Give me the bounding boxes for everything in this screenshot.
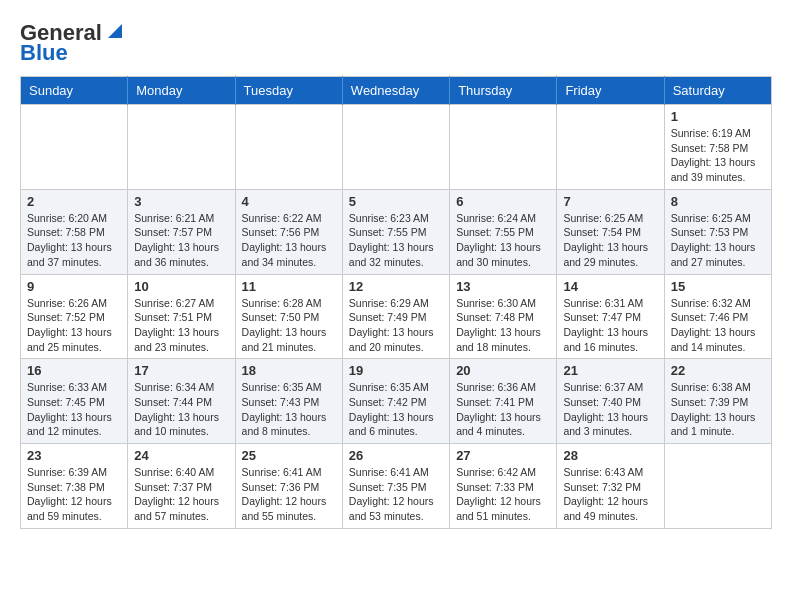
day-number: 23 (27, 448, 121, 463)
calendar-week-row: 2Sunrise: 6:20 AM Sunset: 7:58 PM Daylig… (21, 189, 772, 274)
day-info: Sunrise: 6:38 AM Sunset: 7:39 PM Dayligh… (671, 380, 765, 439)
day-info: Sunrise: 6:29 AM Sunset: 7:49 PM Dayligh… (349, 296, 443, 355)
day-number: 4 (242, 194, 336, 209)
calendar-cell: 24Sunrise: 6:40 AM Sunset: 7:37 PM Dayli… (128, 444, 235, 529)
calendar-table: SundayMondayTuesdayWednesdayThursdayFrid… (20, 76, 772, 529)
calendar-week-row: 16Sunrise: 6:33 AM Sunset: 7:45 PM Dayli… (21, 359, 772, 444)
calendar-cell: 12Sunrise: 6:29 AM Sunset: 7:49 PM Dayli… (342, 274, 449, 359)
day-info: Sunrise: 6:20 AM Sunset: 7:58 PM Dayligh… (27, 211, 121, 270)
day-info: Sunrise: 6:33 AM Sunset: 7:45 PM Dayligh… (27, 380, 121, 439)
calendar-cell: 15Sunrise: 6:32 AM Sunset: 7:46 PM Dayli… (664, 274, 771, 359)
day-number: 13 (456, 279, 550, 294)
calendar-cell: 23Sunrise: 6:39 AM Sunset: 7:38 PM Dayli… (21, 444, 128, 529)
calendar-cell: 25Sunrise: 6:41 AM Sunset: 7:36 PM Dayli… (235, 444, 342, 529)
day-info: Sunrise: 6:32 AM Sunset: 7:46 PM Dayligh… (671, 296, 765, 355)
calendar-cell (450, 105, 557, 190)
day-info: Sunrise: 6:31 AM Sunset: 7:47 PM Dayligh… (563, 296, 657, 355)
calendar-week-row: 1Sunrise: 6:19 AM Sunset: 7:58 PM Daylig… (21, 105, 772, 190)
day-of-week-header: Friday (557, 77, 664, 105)
day-info: Sunrise: 6:25 AM Sunset: 7:54 PM Dayligh… (563, 211, 657, 270)
day-number: 20 (456, 363, 550, 378)
calendar-cell (664, 444, 771, 529)
day-number: 1 (671, 109, 765, 124)
day-info: Sunrise: 6:23 AM Sunset: 7:55 PM Dayligh… (349, 211, 443, 270)
day-number: 14 (563, 279, 657, 294)
day-of-week-header: Monday (128, 77, 235, 105)
day-number: 25 (242, 448, 336, 463)
day-of-week-header: Saturday (664, 77, 771, 105)
calendar-cell (235, 105, 342, 190)
calendar-cell: 16Sunrise: 6:33 AM Sunset: 7:45 PM Dayli… (21, 359, 128, 444)
day-number: 6 (456, 194, 550, 209)
day-info: Sunrise: 6:41 AM Sunset: 7:36 PM Dayligh… (242, 465, 336, 524)
logo-icon (104, 20, 126, 42)
calendar-cell: 8Sunrise: 6:25 AM Sunset: 7:53 PM Daylig… (664, 189, 771, 274)
day-info: Sunrise: 6:27 AM Sunset: 7:51 PM Dayligh… (134, 296, 228, 355)
day-number: 9 (27, 279, 121, 294)
day-info: Sunrise: 6:24 AM Sunset: 7:55 PM Dayligh… (456, 211, 550, 270)
calendar-cell: 21Sunrise: 6:37 AM Sunset: 7:40 PM Dayli… (557, 359, 664, 444)
day-info: Sunrise: 6:43 AM Sunset: 7:32 PM Dayligh… (563, 465, 657, 524)
day-number: 3 (134, 194, 228, 209)
calendar-cell: 19Sunrise: 6:35 AM Sunset: 7:42 PM Dayli… (342, 359, 449, 444)
calendar-cell: 27Sunrise: 6:42 AM Sunset: 7:33 PM Dayli… (450, 444, 557, 529)
calendar-cell: 10Sunrise: 6:27 AM Sunset: 7:51 PM Dayli… (128, 274, 235, 359)
day-number: 24 (134, 448, 228, 463)
day-info: Sunrise: 6:40 AM Sunset: 7:37 PM Dayligh… (134, 465, 228, 524)
day-number: 11 (242, 279, 336, 294)
day-number: 2 (27, 194, 121, 209)
calendar-cell (342, 105, 449, 190)
page-header: General Blue (20, 20, 772, 66)
day-info: Sunrise: 6:35 AM Sunset: 7:43 PM Dayligh… (242, 380, 336, 439)
calendar-cell (128, 105, 235, 190)
calendar-cell: 11Sunrise: 6:28 AM Sunset: 7:50 PM Dayli… (235, 274, 342, 359)
calendar-cell: 28Sunrise: 6:43 AM Sunset: 7:32 PM Dayli… (557, 444, 664, 529)
logo: General Blue (20, 20, 126, 66)
calendar-header-row: SundayMondayTuesdayWednesdayThursdayFrid… (21, 77, 772, 105)
day-number: 10 (134, 279, 228, 294)
calendar-cell: 26Sunrise: 6:41 AM Sunset: 7:35 PM Dayli… (342, 444, 449, 529)
calendar-cell: 6Sunrise: 6:24 AM Sunset: 7:55 PM Daylig… (450, 189, 557, 274)
day-info: Sunrise: 6:41 AM Sunset: 7:35 PM Dayligh… (349, 465, 443, 524)
day-info: Sunrise: 6:25 AM Sunset: 7:53 PM Dayligh… (671, 211, 765, 270)
day-number: 12 (349, 279, 443, 294)
day-of-week-header: Thursday (450, 77, 557, 105)
day-info: Sunrise: 6:21 AM Sunset: 7:57 PM Dayligh… (134, 211, 228, 270)
calendar-cell (557, 105, 664, 190)
day-number: 7 (563, 194, 657, 209)
calendar-cell: 9Sunrise: 6:26 AM Sunset: 7:52 PM Daylig… (21, 274, 128, 359)
calendar-week-row: 9Sunrise: 6:26 AM Sunset: 7:52 PM Daylig… (21, 274, 772, 359)
day-number: 17 (134, 363, 228, 378)
calendar-cell: 5Sunrise: 6:23 AM Sunset: 7:55 PM Daylig… (342, 189, 449, 274)
calendar-cell: 4Sunrise: 6:22 AM Sunset: 7:56 PM Daylig… (235, 189, 342, 274)
day-info: Sunrise: 6:36 AM Sunset: 7:41 PM Dayligh… (456, 380, 550, 439)
calendar-cell: 14Sunrise: 6:31 AM Sunset: 7:47 PM Dayli… (557, 274, 664, 359)
svg-marker-0 (108, 24, 122, 38)
calendar-cell: 17Sunrise: 6:34 AM Sunset: 7:44 PM Dayli… (128, 359, 235, 444)
calendar-cell: 1Sunrise: 6:19 AM Sunset: 7:58 PM Daylig… (664, 105, 771, 190)
calendar-cell: 2Sunrise: 6:20 AM Sunset: 7:58 PM Daylig… (21, 189, 128, 274)
day-number: 8 (671, 194, 765, 209)
calendar-cell: 3Sunrise: 6:21 AM Sunset: 7:57 PM Daylig… (128, 189, 235, 274)
day-of-week-header: Tuesday (235, 77, 342, 105)
calendar-body: 1Sunrise: 6:19 AM Sunset: 7:58 PM Daylig… (21, 105, 772, 529)
calendar-cell: 18Sunrise: 6:35 AM Sunset: 7:43 PM Dayli… (235, 359, 342, 444)
day-of-week-header: Sunday (21, 77, 128, 105)
calendar-cell: 20Sunrise: 6:36 AM Sunset: 7:41 PM Dayli… (450, 359, 557, 444)
logo-blue: Blue (20, 40, 68, 66)
day-info: Sunrise: 6:39 AM Sunset: 7:38 PM Dayligh… (27, 465, 121, 524)
day-number: 28 (563, 448, 657, 463)
calendar-cell: 7Sunrise: 6:25 AM Sunset: 7:54 PM Daylig… (557, 189, 664, 274)
day-number: 27 (456, 448, 550, 463)
calendar-week-row: 23Sunrise: 6:39 AM Sunset: 7:38 PM Dayli… (21, 444, 772, 529)
day-number: 26 (349, 448, 443, 463)
day-info: Sunrise: 6:30 AM Sunset: 7:48 PM Dayligh… (456, 296, 550, 355)
day-number: 5 (349, 194, 443, 209)
day-number: 15 (671, 279, 765, 294)
day-info: Sunrise: 6:34 AM Sunset: 7:44 PM Dayligh… (134, 380, 228, 439)
day-number: 19 (349, 363, 443, 378)
day-number: 18 (242, 363, 336, 378)
day-info: Sunrise: 6:22 AM Sunset: 7:56 PM Dayligh… (242, 211, 336, 270)
day-info: Sunrise: 6:19 AM Sunset: 7:58 PM Dayligh… (671, 126, 765, 185)
calendar-cell: 22Sunrise: 6:38 AM Sunset: 7:39 PM Dayli… (664, 359, 771, 444)
